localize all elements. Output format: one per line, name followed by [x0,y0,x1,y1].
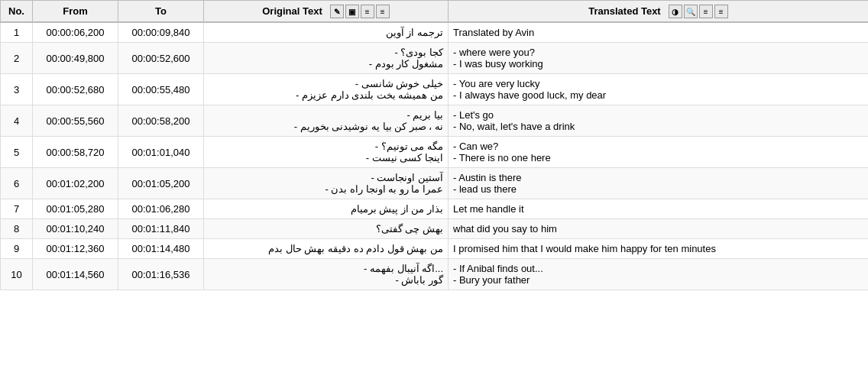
header-translated-text: Translated Text ◑ 🔍 ≡ ≡ [449,1,869,23]
cell-translated-text: I promised him that I would make him hap… [449,239,869,259]
header-original-text: Original Text ✎ ▣ ≡ ≡ [204,1,449,23]
cell-no: 5 [1,137,33,168]
cell-original-text: من بهش قول دادم ده دقیقه بهش حال بدم [204,239,449,259]
table-row: 300:00:52,68000:00:55,480خیلی خوش شانسی … [1,74,869,105]
cell-no: 7 [1,199,33,219]
cell-from: 00:00:55,560 [33,105,118,137]
table-body: 100:00:06,20000:00:09,840ترجمه از آوینTr… [1,22,869,290]
cell-original-text: کجا بودی؟ -مشغول کار بودم - [204,43,449,74]
table-row: 200:00:49,80000:00:52,600کجا بودی؟ -مشغو… [1,43,869,74]
translated-text-label: Translated Text [588,5,660,17]
cell-from: 00:01:05,280 [33,199,118,219]
cell-original-text: بذار من از پیش برمیام [204,199,449,219]
original-text-label: Original Text [262,5,322,17]
align-right-icon[interactable]: ≡ [376,5,390,18]
cell-translated-text: Translated by Avin [449,22,869,43]
cell-no: 2 [1,43,33,74]
table-row: 600:01:02,20000:01:05,200آستین اونجاست -… [1,168,869,199]
search-icon[interactable]: 🔍 [684,5,698,18]
cell-from: 00:01:12,360 [33,239,118,259]
cell-original-text: ترجمه از آوین [204,22,449,43]
table-row: 900:01:12,36000:01:14,480من بهش قول دادم… [1,239,869,259]
header-to: To [118,1,204,23]
align-right-icon-2[interactable]: ≡ [714,5,728,18]
cell-to: 00:01:06,280 [118,199,204,219]
cell-from: 00:01:10,240 [33,219,118,239]
cell-to: 00:01:16,536 [118,259,204,290]
table-row: 100:00:06,20000:00:09,840ترجمه از آوینTr… [1,22,869,43]
cell-original-text: آستین اونجاست -عمرا ما رو به اونجا راه ب… [204,168,449,199]
cell-to: 00:00:55,480 [118,74,204,105]
header-from: From [33,1,118,23]
align-left-icon-2[interactable]: ≡ [699,5,713,18]
cell-to: 00:01:11,840 [118,219,204,239]
cell-no: 6 [1,168,33,199]
cell-original-text: خیلی خوش شانسی -من همیشه بخت بلندی دارم … [204,74,449,105]
cell-no: 1 [1,22,33,43]
cell-to: 00:00:09,840 [118,22,204,43]
cell-translated-text: - Austin is there- lead us there [449,168,869,199]
cell-translated-text: - where were you?- I was busy working [449,43,869,74]
cell-translated-text: what did you say to him [449,219,869,239]
cell-from: 00:00:49,800 [33,43,118,74]
table-row: 500:00:58,72000:01:01,040مگه می تونیم؟ -… [1,137,869,168]
cell-original-text: مگه می تونیم؟ -اینجا کسی نیست - [204,137,449,168]
align-left-icon[interactable]: ≡ [361,5,374,18]
cell-from: 00:00:58,720 [33,137,118,168]
cell-no: 8 [1,219,33,239]
table-row: 400:00:55,56000:00:58,200بیا بریم -نه ، … [1,105,869,137]
cell-no: 4 [1,105,33,137]
header-no: No. [1,1,33,23]
box-icon[interactable]: ▣ [345,5,359,18]
cell-translated-text: Let me handle it [449,199,869,219]
table-row: 1000:01:14,56000:01:16,536...اگه آنیبال … [1,259,869,290]
cell-translated-text: - You are very lucky- I always have good… [449,74,869,105]
contrast-icon[interactable]: ◑ [669,5,682,18]
cell-original-text: بهش چی گفتی؟ [204,219,449,239]
table-row: 800:01:10,24000:01:11,840بهش چی گفتی؟wha… [1,219,869,239]
original-text-icons[interactable]: ✎ ▣ ≡ ≡ [330,5,390,18]
cell-original-text: بیا بریم -نه ، صبر کن بیا یه نوشیدنی بخو… [204,105,449,137]
cell-to: 00:01:05,200 [118,168,204,199]
edit-icon[interactable]: ✎ [330,5,344,18]
cell-from: 00:00:06,200 [33,22,118,43]
subtitle-table: No. From To Original Text ✎ ▣ ≡ ≡ Transl… [0,0,868,290]
cell-no: 9 [1,239,33,259]
table-row: 700:01:05,28000:01:06,280بذار من از پیش … [1,199,869,219]
cell-to: 00:00:52,600 [118,43,204,74]
cell-to: 00:00:58,200 [118,105,204,137]
cell-original-text: ...اگه آنیبال بفهمه -گور باباش - [204,259,449,290]
cell-translated-text: - Let's go- No, wait, let's have a drink [449,105,869,137]
cell-to: 00:01:01,040 [118,137,204,168]
cell-no: 3 [1,74,33,105]
cell-translated-text: - If Anibal finds out...- Bury your fath… [449,259,869,290]
cell-no: 10 [1,259,33,290]
cell-from: 00:00:52,680 [33,74,118,105]
cell-from: 00:01:14,560 [33,259,118,290]
cell-from: 00:01:02,200 [33,168,118,199]
cell-to: 00:01:14,480 [118,239,204,259]
cell-translated-text: - Can we?- There is no one here [449,137,869,168]
translated-text-icons[interactable]: ◑ 🔍 ≡ ≡ [669,5,728,18]
